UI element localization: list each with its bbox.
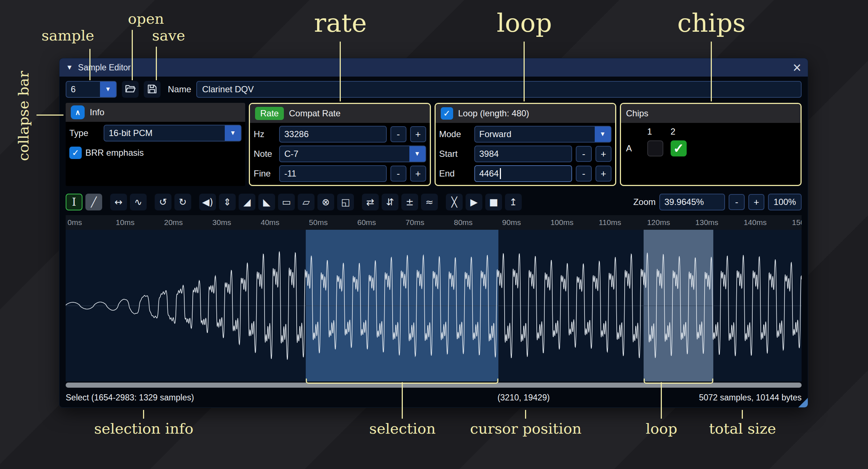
trim-button[interactable]: ◱ (337, 194, 354, 210)
zoom-input[interactable]: 39.9645% (659, 194, 725, 210)
loop-mode-select[interactable]: Forward ▼ (474, 126, 612, 143)
normalize-button[interactable]: ⇕ (219, 194, 236, 210)
annotation-open: open (128, 10, 164, 27)
annotation-loop: loop (497, 8, 552, 38)
fine-increase-button[interactable]: + (410, 166, 426, 182)
annotation-selection: selection (369, 420, 436, 437)
chip-enable-checkbox-2[interactable]: ✓ (671, 140, 687, 156)
zoom-label: Zoom (633, 197, 656, 207)
chip-enable-checkbox-1[interactable] (647, 140, 663, 156)
sample-number-select[interactable]: 6 ▼ (66, 81, 117, 98)
dropdown-arrow-icon[interactable]: ▼ (100, 82, 116, 97)
close-icon[interactable]: × (793, 62, 801, 73)
fade-out-button[interactable]: ◣ (258, 194, 275, 210)
annotation-line-total-size (742, 410, 743, 419)
open-sample-button[interactable] (122, 81, 139, 98)
loop-start-increase-button[interactable]: + (595, 146, 612, 162)
annotation-selection-info: selection info (94, 420, 193, 437)
sign-invert-button[interactable]: ± (401, 194, 418, 210)
ruler-label: 10ms (114, 218, 134, 227)
loop-mode-label: Mode (439, 129, 471, 139)
loop-end-input[interactable]: 4464 (474, 165, 572, 182)
delete-button[interactable]: ⊗ (317, 194, 334, 210)
redo-button[interactable]: ↻ (174, 194, 191, 210)
chevron-up-icon: ∧ (75, 108, 81, 117)
note-label: Note (254, 149, 275, 159)
dropdown-arrow-icon[interactable]: ▼ (225, 125, 241, 141)
brr-emphasis-label: BRR emphasis (85, 148, 144, 158)
redo-icon: ↻ (179, 197, 187, 207)
collapse-window-icon[interactable]: ▼ (66, 63, 73, 71)
loop-end-decrease-button[interactable]: - (576, 166, 592, 182)
type-label: Type (69, 128, 100, 138)
sample-number-value: 6 (71, 84, 76, 94)
annotation-line-chips (711, 42, 712, 101)
apply-silence-button[interactable]: ▱ (298, 194, 315, 210)
titlebar[interactable]: ▼ Sample Editor × (59, 58, 808, 77)
note-select[interactable]: C-7 ▼ (279, 146, 426, 162)
apply-silence-icon: ▱ (302, 197, 310, 207)
sample-editor-window: ▼ Sample Editor × 6 ▼ (59, 58, 808, 408)
ruler-label: 30ms (211, 218, 231, 227)
dropdown-arrow-icon[interactable]: ▼ (595, 127, 611, 142)
collapse-section-button[interactable]: ∧ (71, 105, 85, 119)
fine-label: Fine (254, 168, 275, 179)
reverse-button[interactable]: ⇄ (362, 194, 379, 210)
undo-button[interactable]: ↺ (155, 194, 171, 210)
ruler-label: 0ms (66, 218, 82, 227)
ruler-label: 70ms (404, 218, 424, 227)
hz-label: Hz (254, 129, 275, 139)
save-sample-button[interactable] (144, 81, 161, 98)
annotation-line-sample (89, 49, 90, 80)
zoom-controls: Zoom 39.9645% - + 100% (633, 194, 802, 210)
waveform (66, 230, 802, 381)
hz-increase-button[interactable]: + (410, 126, 426, 142)
sample-toolbar: I╱↔∿↺↻◀)⇕◢◣▭▱⊗◱⇄⇵±≈╳▶■↥ Zoom 39.9645% - … (59, 189, 808, 215)
preview-sample-button[interactable]: ▶ (466, 194, 482, 210)
fade-in-button[interactable]: ◢ (239, 194, 255, 210)
edit-mode-draw-button[interactable]: ╱ (85, 194, 102, 210)
loop-end-increase-button[interactable]: + (595, 166, 612, 182)
zoom-out-button[interactable]: - (729, 194, 745, 210)
normalize-icon: ⇕ (223, 197, 231, 207)
brr-emphasis-checkbox[interactable]: ✓ (69, 147, 82, 159)
rate-section-title: Compat Rate (289, 108, 340, 119)
stop-preview-icon: ■ (489, 197, 498, 207)
undo-icon: ↺ (159, 197, 167, 207)
stop-preview-button[interactable]: ■ (485, 194, 502, 210)
resize-button[interactable]: ↔ (110, 194, 127, 210)
chips-section-header: Chips (621, 104, 801, 123)
resize-grip[interactable] (798, 398, 808, 407)
invert-button[interactable]: ⇵ (382, 194, 398, 210)
fine-decrease-button[interactable]: - (390, 166, 406, 182)
fade-out-icon: ◣ (263, 197, 270, 207)
loop-end-label: End (439, 168, 471, 179)
rate-toggle-button[interactable]: Rate (255, 107, 284, 120)
hz-decrease-button[interactable]: - (390, 126, 406, 142)
amplify-button[interactable]: ◀) (199, 194, 216, 210)
loop-start-input[interactable]: 3984 (474, 146, 572, 162)
annotation-line-collapse-bar (36, 115, 63, 116)
filter-button[interactable]: ≈ (421, 194, 438, 210)
crossfade-loop-button[interactable]: ╳ (446, 194, 463, 210)
loop-enable-checkbox[interactable]: ✓ (441, 107, 453, 120)
toolbar-buttons: I╱↔∿↺↻◀)⇕◢◣▭▱⊗◱⇄⇵±≈╳▶■↥ (66, 194, 522, 210)
waveform-display[interactable] (66, 230, 802, 381)
insert-silence-button[interactable]: ▭ (278, 194, 295, 210)
sign-invert-icon: ± (406, 197, 414, 207)
zoom-in-button[interactable]: + (748, 194, 764, 210)
edit-mode-select-button[interactable]: I (66, 194, 82, 210)
resample-button[interactable]: ∿ (130, 194, 147, 210)
annotation-loop-bracket (644, 379, 713, 384)
zoom-reset-button[interactable]: 100% (768, 194, 802, 210)
name-label: Name (168, 84, 191, 94)
status-bar: Select (1654-2983: 1329 samples) (3210, … (59, 388, 808, 407)
edit-mode-select-icon: I (72, 197, 76, 208)
annotation-line-open (132, 30, 133, 80)
create-instrument-button[interactable]: ↥ (505, 194, 522, 210)
fine-input[interactable]: -11 (279, 165, 386, 182)
loop-start-decrease-button[interactable]: - (576, 146, 592, 162)
hz-input[interactable]: 33286 (279, 126, 386, 143)
sample-type-select[interactable]: 16-bit PCM ▼ (104, 125, 242, 142)
dropdown-arrow-icon[interactable]: ▼ (409, 146, 425, 162)
